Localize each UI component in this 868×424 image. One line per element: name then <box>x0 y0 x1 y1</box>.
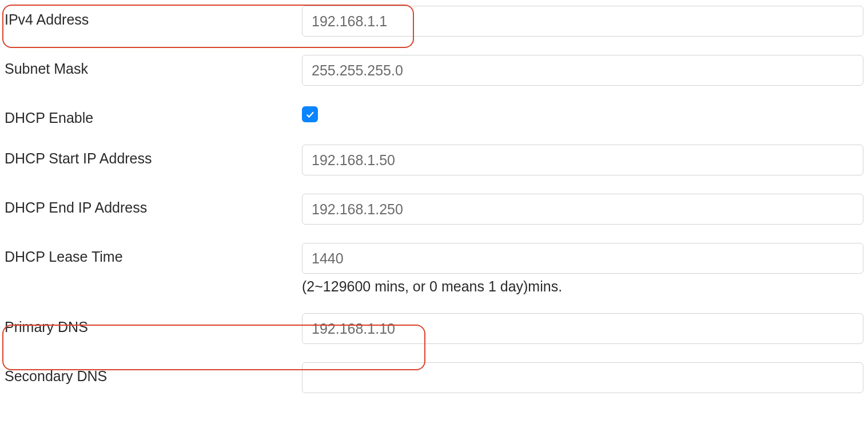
row-primary-dns: Primary DNS <box>5 313 863 344</box>
label-dhcp-lease-time: DHCP Lease Time <box>5 243 302 265</box>
checkbox-dhcp-enable[interactable] <box>302 106 318 122</box>
row-dhcp-end-ip: DHCP End IP Address <box>5 194 863 225</box>
network-settings-form: IPv4 Address Subnet Mask DHCP Enable DHC… <box>5 6 863 393</box>
row-dhcp-start-ip: DHCP Start IP Address <box>5 145 863 175</box>
check-icon <box>305 109 315 119</box>
input-dhcp-end-ip[interactable] <box>302 194 863 225</box>
input-secondary-dns[interactable] <box>302 362 863 393</box>
label-secondary-dns: Secondary DNS <box>5 362 302 385</box>
row-dhcp-lease-time: DHCP Lease Time (2~129600 mins, or 0 mea… <box>5 243 863 295</box>
row-subnet-mask: Subnet Mask <box>5 55 863 86</box>
help-dhcp-lease-time: (2~129600 mins, or 0 means 1 day)mins. <box>302 278 863 295</box>
input-dhcp-lease-time[interactable] <box>302 243 863 274</box>
input-ipv4-address[interactable] <box>302 6 863 37</box>
input-primary-dns[interactable] <box>302 313 863 344</box>
label-dhcp-start-ip: DHCP Start IP Address <box>5 145 302 167</box>
label-dhcp-end-ip: DHCP End IP Address <box>5 194 302 216</box>
label-dhcp-enable: DHCP Enable <box>5 104 302 126</box>
label-ipv4-address: IPv4 Address <box>5 6 302 28</box>
row-dhcp-enable: DHCP Enable <box>5 104 863 126</box>
input-subnet-mask[interactable] <box>302 55 863 86</box>
label-subnet-mask: Subnet Mask <box>5 55 302 77</box>
row-ipv4-address: IPv4 Address <box>5 6 863 37</box>
label-primary-dns: Primary DNS <box>5 313 302 335</box>
input-dhcp-start-ip[interactable] <box>302 145 863 175</box>
row-secondary-dns: Secondary DNS <box>5 362 863 393</box>
